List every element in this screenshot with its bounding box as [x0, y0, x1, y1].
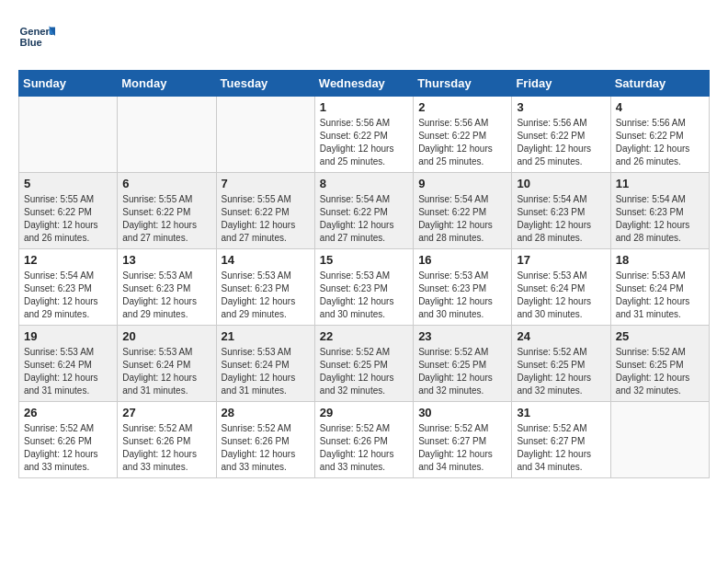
day-detail: Sunrise: 5:55 AM Sunset: 6:22 PM Dayligh…	[24, 193, 112, 245]
day-detail: Sunrise: 5:52 AM Sunset: 6:27 PM Dayligh…	[418, 422, 506, 474]
day-number: 4	[616, 100, 704, 114]
calendar-week-row: 26Sunrise: 5:52 AM Sunset: 6:26 PM Dayli…	[19, 402, 710, 478]
day-detail: Sunrise: 5:53 AM Sunset: 6:24 PM Dayligh…	[24, 346, 112, 397]
day-number: 28	[222, 406, 310, 419]
day-detail: Sunrise: 5:53 AM Sunset: 6:23 PM Dayligh…	[122, 270, 210, 321]
day-number: 18	[616, 253, 704, 267]
calendar-day-cell: 3Sunrise: 5:56 AM Sunset: 6:22 PM Daylig…	[512, 97, 610, 173]
day-detail: Sunrise: 5:52 AM Sunset: 6:25 PM Dayligh…	[616, 346, 704, 397]
day-detail: Sunrise: 5:53 AM Sunset: 6:24 PM Dayligh…	[517, 270, 605, 321]
day-number: 14	[222, 253, 310, 267]
calendar-day-cell: 19Sunrise: 5:53 AM Sunset: 6:24 PM Dayli…	[19, 326, 118, 402]
calendar-day-cell: 25Sunrise: 5:52 AM Sunset: 6:25 PM Dayli…	[610, 326, 709, 402]
day-number: 26	[24, 406, 112, 419]
page-header: General Blue	[18, 18, 710, 55]
day-number: 20	[122, 329, 210, 343]
day-number: 12	[24, 253, 112, 267]
weekday-header-row: SundayMondayTuesdayWednesdayThursdayFrid…	[19, 71, 710, 97]
day-number: 22	[320, 329, 408, 343]
day-detail: Sunrise: 5:52 AM Sunset: 6:25 PM Dayligh…	[418, 346, 506, 397]
day-number: 11	[616, 177, 704, 190]
day-number: 30	[418, 406, 506, 419]
day-detail: Sunrise: 5:54 AM Sunset: 6:22 PM Dayligh…	[320, 193, 408, 245]
day-detail: Sunrise: 5:56 AM Sunset: 6:22 PM Dayligh…	[320, 117, 408, 168]
day-number: 10	[517, 177, 605, 190]
day-number: 2	[418, 100, 506, 114]
day-detail: Sunrise: 5:55 AM Sunset: 6:22 PM Dayligh…	[122, 193, 210, 245]
day-detail: Sunrise: 5:56 AM Sunset: 6:22 PM Dayligh…	[517, 117, 605, 168]
day-detail: Sunrise: 5:53 AM Sunset: 6:24 PM Dayligh…	[222, 346, 310, 397]
calendar-day-cell: 18Sunrise: 5:53 AM Sunset: 6:24 PM Dayli…	[610, 249, 709, 326]
day-detail: Sunrise: 5:54 AM Sunset: 6:23 PM Dayligh…	[616, 193, 704, 245]
day-detail: Sunrise: 5:52 AM Sunset: 6:25 PM Dayligh…	[517, 346, 605, 397]
calendar-day-cell	[610, 402, 709, 478]
day-number: 29	[320, 406, 408, 419]
day-detail: Sunrise: 5:54 AM Sunset: 6:22 PM Dayligh…	[418, 193, 506, 245]
calendar-day-cell: 28Sunrise: 5:52 AM Sunset: 6:26 PM Dayli…	[216, 402, 314, 478]
calendar-day-cell: 21Sunrise: 5:53 AM Sunset: 6:24 PM Dayli…	[216, 326, 314, 402]
calendar-day-cell: 8Sunrise: 5:54 AM Sunset: 6:22 PM Daylig…	[314, 173, 413, 249]
calendar-day-cell: 14Sunrise: 5:53 AM Sunset: 6:23 PM Dayli…	[216, 249, 314, 326]
day-number: 15	[320, 253, 408, 267]
day-number: 1	[320, 100, 408, 114]
day-detail: Sunrise: 5:53 AM Sunset: 6:23 PM Dayligh…	[320, 270, 408, 321]
calendar-day-cell: 16Sunrise: 5:53 AM Sunset: 6:23 PM Dayli…	[414, 249, 512, 326]
calendar-day-cell: 30Sunrise: 5:52 AM Sunset: 6:27 PM Dayli…	[414, 402, 512, 478]
weekday-header: Tuesday	[216, 71, 314, 97]
logo: General Blue	[18, 18, 55, 55]
calendar-day-cell: 29Sunrise: 5:52 AM Sunset: 6:26 PM Dayli…	[314, 402, 413, 478]
calendar-table: SundayMondayTuesdayWednesdayThursdayFrid…	[18, 70, 710, 478]
day-number: 23	[418, 329, 506, 343]
day-detail: Sunrise: 5:52 AM Sunset: 6:25 PM Dayligh…	[320, 346, 408, 397]
calendar-day-cell: 23Sunrise: 5:52 AM Sunset: 6:25 PM Dayli…	[414, 326, 512, 402]
day-number: 13	[122, 253, 210, 267]
calendar-day-cell: 31Sunrise: 5:52 AM Sunset: 6:27 PM Dayli…	[512, 402, 610, 478]
day-number: 24	[517, 329, 605, 343]
day-number: 5	[24, 177, 112, 190]
calendar-day-cell: 13Sunrise: 5:53 AM Sunset: 6:23 PM Dayli…	[118, 249, 216, 326]
calendar-day-cell	[19, 97, 118, 173]
weekday-header: Monday	[118, 71, 216, 97]
calendar-day-cell: 17Sunrise: 5:53 AM Sunset: 6:24 PM Dayli…	[512, 249, 610, 326]
calendar-day-cell: 11Sunrise: 5:54 AM Sunset: 6:23 PM Dayli…	[610, 173, 709, 249]
day-detail: Sunrise: 5:53 AM Sunset: 6:24 PM Dayligh…	[616, 270, 704, 321]
calendar-day-cell: 15Sunrise: 5:53 AM Sunset: 6:23 PM Dayli…	[314, 249, 413, 326]
calendar-day-cell: 24Sunrise: 5:52 AM Sunset: 6:25 PM Dayli…	[512, 326, 610, 402]
day-detail: Sunrise: 5:52 AM Sunset: 6:26 PM Dayligh…	[222, 422, 310, 474]
calendar-day-cell	[118, 97, 216, 173]
day-number: 31	[517, 406, 605, 419]
day-number: 6	[122, 177, 210, 190]
svg-text:Blue: Blue	[20, 37, 42, 48]
calendar-week-row: 19Sunrise: 5:53 AM Sunset: 6:24 PM Dayli…	[19, 326, 710, 402]
weekday-header: Friday	[512, 71, 610, 97]
day-detail: Sunrise: 5:53 AM Sunset: 6:23 PM Dayligh…	[222, 270, 310, 321]
day-number: 7	[222, 177, 310, 190]
calendar-day-cell: 9Sunrise: 5:54 AM Sunset: 6:22 PM Daylig…	[414, 173, 512, 249]
calendar-day-cell: 5Sunrise: 5:55 AM Sunset: 6:22 PM Daylig…	[19, 173, 118, 249]
calendar-day-cell: 6Sunrise: 5:55 AM Sunset: 6:22 PM Daylig…	[118, 173, 216, 249]
calendar-day-cell: 26Sunrise: 5:52 AM Sunset: 6:26 PM Dayli…	[19, 402, 118, 478]
day-detail: Sunrise: 5:54 AM Sunset: 6:23 PM Dayligh…	[24, 270, 112, 321]
calendar-day-cell: 20Sunrise: 5:53 AM Sunset: 6:24 PM Dayli…	[118, 326, 216, 402]
day-detail: Sunrise: 5:52 AM Sunset: 6:27 PM Dayligh…	[517, 422, 605, 474]
day-detail: Sunrise: 5:52 AM Sunset: 6:26 PM Dayligh…	[320, 422, 408, 474]
day-number: 27	[122, 406, 210, 419]
day-detail: Sunrise: 5:52 AM Sunset: 6:26 PM Dayligh…	[122, 422, 210, 474]
day-number: 17	[517, 253, 605, 267]
calendar-week-row: 1Sunrise: 5:56 AM Sunset: 6:22 PM Daylig…	[19, 97, 710, 173]
day-detail: Sunrise: 5:53 AM Sunset: 6:23 PM Dayligh…	[418, 270, 506, 321]
weekday-header: Wednesday	[314, 71, 413, 97]
weekday-header: Saturday	[610, 71, 709, 97]
calendar-day-cell: 27Sunrise: 5:52 AM Sunset: 6:26 PM Dayli…	[118, 402, 216, 478]
day-number: 3	[517, 100, 605, 114]
logo-icon: General Blue	[18, 18, 55, 55]
day-detail: Sunrise: 5:55 AM Sunset: 6:22 PM Dayligh…	[222, 193, 310, 245]
calendar-day-cell: 7Sunrise: 5:55 AM Sunset: 6:22 PM Daylig…	[216, 173, 314, 249]
calendar-day-cell: 22Sunrise: 5:52 AM Sunset: 6:25 PM Dayli…	[314, 326, 413, 402]
day-number: 21	[222, 329, 310, 343]
calendar-day-cell: 12Sunrise: 5:54 AM Sunset: 6:23 PM Dayli…	[19, 249, 118, 326]
day-detail: Sunrise: 5:56 AM Sunset: 6:22 PM Dayligh…	[616, 117, 704, 168]
day-number: 8	[320, 177, 408, 190]
weekday-header: Thursday	[414, 71, 512, 97]
day-number: 16	[418, 253, 506, 267]
